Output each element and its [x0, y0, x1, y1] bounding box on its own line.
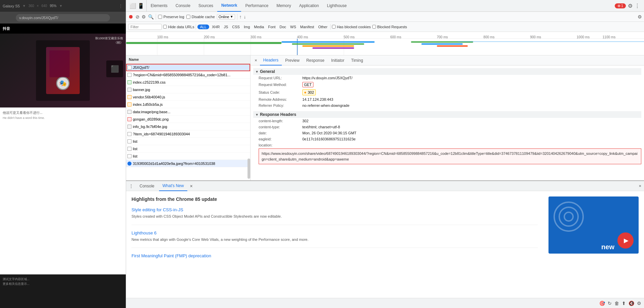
- general-section-header[interactable]: ▼ General: [253, 68, 641, 75]
- blocked-requests-checkbox[interactable]: Blocked Requests: [372, 25, 407, 29]
- file-type-icon: [127, 132, 131, 136]
- blocked-requests-label: Blocked Requests: [377, 25, 407, 29]
- hide-data-urls-label: Hide data URLs: [168, 25, 194, 29]
- detail-close-btn[interactable]: ×: [252, 58, 260, 63]
- bottom-tab-console[interactable]: Console: [136, 181, 158, 191]
- file-name: index.1d50cb5a.js: [133, 102, 163, 106]
- request-method-label: Request Method:: [259, 83, 302, 87]
- list-item[interactable]: data:image/png;base...: [126, 108, 250, 116]
- list-item[interactable]: list: [126, 138, 250, 145]
- detail-tab-initiator[interactable]: Initiator: [328, 55, 348, 65]
- list-item[interactable]: 3193f0002d1d1a4020e9a.jpeg?from=40105310…: [126, 160, 250, 167]
- file-name: gongan_d0289dc.png: [133, 117, 168, 121]
- inspect-icon[interactable]: ⬜: [129, 3, 136, 9]
- t-mark-300: 300 ms: [251, 35, 262, 39]
- preserve-log-label: Preserve log: [163, 15, 184, 19]
- bottom-icon-5[interactable]: 🔇: [629, 301, 634, 306]
- disable-cache-input[interactable]: [186, 15, 190, 19]
- video-thumbnail[interactable]: ▶ new: [548, 196, 639, 254]
- hide-data-urls-input[interactable]: [163, 25, 167, 29]
- list-item[interactable]: list: [126, 152, 250, 160]
- scrollbar-thumb[interactable]: [248, 159, 250, 179]
- tab-lighthouse[interactable]: Lighthouse: [323, 0, 351, 12]
- filter-all-btn[interactable]: ALL: [197, 25, 210, 29]
- record-button[interactable]: ⏺: [128, 14, 134, 20]
- bottom-close-btn[interactable]: ×: [637, 183, 643, 188]
- file-type-icon: [127, 110, 131, 114]
- list-item[interactable]: vendor.56b40040.js: [126, 93, 250, 101]
- hide-data-urls-checkbox[interactable]: Hide data URLs: [163, 25, 194, 29]
- filter-other-btn[interactable]: Other: [317, 25, 329, 29]
- filter-xhr-btn[interactable]: XHR: [211, 25, 221, 29]
- tab-application[interactable]: Application: [295, 0, 323, 12]
- response-headers-section-header[interactable]: ▼ Response Headers: [253, 111, 641, 118]
- list-item[interactable]: list: [126, 145, 250, 152]
- tab-console[interactable]: Console: [172, 0, 194, 12]
- tab-memory[interactable]: Memory: [272, 0, 295, 12]
- list-item[interactable]: J5XQydT/: [126, 64, 250, 71]
- device-toggle-icon[interactable]: 📱: [138, 3, 144, 9]
- filter-js-btn[interactable]: JS: [222, 25, 229, 29]
- list-item[interactable]: gongan_d0289dc.png: [126, 116, 250, 123]
- list-item[interactable]: banner.jpg: [126, 86, 250, 93]
- filter-icon[interactable]: ⚙: [142, 14, 146, 19]
- list-item[interactable]: ?item_ids=6874901946189303044: [126, 130, 250, 138]
- filter-media-btn[interactable]: Media: [253, 25, 265, 29]
- whats-new-panel: ⋮ Console What's New × × Highlights from…: [126, 180, 644, 308]
- remote-address-value: 14.17.124.238:443: [302, 97, 333, 101]
- file-type-icon: [127, 117, 131, 121]
- detail-tab-headers[interactable]: Headers: [260, 55, 282, 65]
- blocked-requests-input[interactable]: [372, 25, 376, 29]
- tab-sources[interactable]: Sources: [194, 0, 217, 12]
- download-icon[interactable]: ↓: [244, 14, 246, 19]
- tab-network[interactable]: Network: [217, 0, 241, 12]
- disable-cache-checkbox[interactable]: Disable cache: [186, 15, 215, 19]
- play-button[interactable]: ▶: [617, 232, 634, 249]
- blocked-cookies-checkbox[interactable]: Has blocked cookies: [332, 25, 371, 29]
- width-label: 360: [29, 4, 34, 8]
- detail-tab-timing[interactable]: Timing: [348, 55, 367, 65]
- clear-button[interactable]: ⊘: [136, 14, 140, 19]
- bottom-icon-3[interactable]: 🗑: [614, 301, 619, 306]
- content-length-value: 302: [302, 119, 308, 123]
- detail-tab-response[interactable]: Response: [303, 55, 328, 65]
- bottom-tab-whats-new[interactable]: What's New: [159, 181, 187, 191]
- upload-icon[interactable]: ↑: [239, 14, 242, 19]
- list-item[interactable]: info_bg.9c7bf04e.jpg: [126, 123, 250, 130]
- preserve-log-input[interactable]: [158, 15, 162, 19]
- app-logo: 抖音: [3, 26, 10, 31]
- filter-css-btn[interactable]: CSS: [231, 25, 241, 29]
- more-icon[interactable]: ⋮: [118, 3, 123, 9]
- list-item[interactable]: index.1d50cb5a.js: [126, 101, 250, 108]
- feature-1-title[interactable]: Style editing for CSS-in-JS: [131, 207, 538, 212]
- settings-icon[interactable]: ⚙: [628, 3, 633, 9]
- bottom-icon-2[interactable]: ↻: [608, 301, 612, 306]
- tab-performance[interactable]: Performance: [241, 0, 272, 12]
- preserve-log-checkbox[interactable]: Preserve log: [158, 15, 184, 19]
- list-item[interactable]: index.c2522199.css: [126, 79, 250, 86]
- feature-1: Style editing for CSS-in-JS Styles creat…: [131, 207, 538, 225]
- file-name: vendor.56b40040.js: [133, 95, 165, 99]
- filter-input[interactable]: [128, 24, 162, 30]
- detail-tab-preview[interactable]: Preview: [282, 55, 303, 65]
- online-selector[interactable]: Online ▼: [217, 14, 235, 19]
- list-item[interactable]: ?region=CN&mid=685855099884857216&u_code…: [126, 71, 250, 79]
- file-name: list: [133, 147, 137, 151]
- blocked-cookies-input[interactable]: [332, 25, 336, 29]
- bottom-icon-4[interactable]: ⬆: [622, 301, 626, 306]
- feature-2-title[interactable]: Lighthouse 6: [131, 230, 538, 235]
- bottom-panel-menu[interactable]: ⋮: [127, 183, 135, 189]
- tab-elements[interactable]: Elements: [147, 0, 172, 12]
- filter-manifest-btn[interactable]: Manifest: [299, 25, 316, 29]
- dock-settings-icon[interactable]: ⚙: [638, 14, 642, 19]
- search-icon[interactable]: 🔍: [148, 14, 154, 19]
- bottom-icon-1[interactable]: 🎯: [599, 301, 605, 306]
- filter-ws-btn[interactable]: WS: [289, 25, 298, 29]
- bottom-icon-6[interactable]: ⚙: [637, 301, 641, 306]
- feature-3-title[interactable]: First Meaningful Paint (FMP) deprecation: [131, 253, 538, 258]
- filter-img-btn[interactable]: Img: [242, 25, 251, 29]
- filter-font-btn[interactable]: Font: [267, 25, 277, 29]
- more-options-icon[interactable]: ⋮: [635, 3, 640, 9]
- filter-doc-btn[interactable]: Doc: [278, 25, 288, 29]
- request-url-label: Request URL:: [259, 76, 302, 80]
